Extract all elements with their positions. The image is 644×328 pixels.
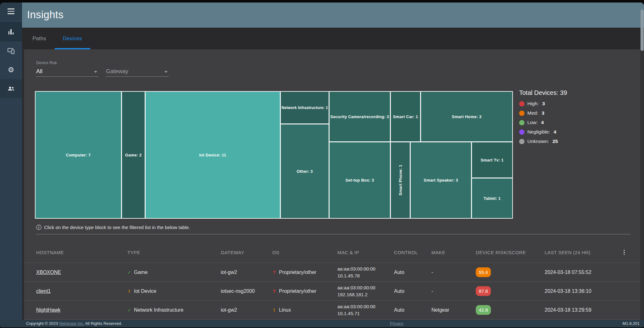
treemap-block-computer[interactable]: Computer: 7 <box>36 92 121 218</box>
sidebar-item-insights[interactable] <box>0 22 22 41</box>
last-seen-value: 2024-03-18 13:36:10 <box>545 288 621 294</box>
type-value: Game <box>134 270 148 275</box>
devices-table: HOSTNAME TYPE GATEWAY OS MAC & IP CONTRO… <box>24 242 640 320</box>
bar-chart-icon <box>8 29 14 35</box>
sidebar-item-devices[interactable] <box>0 41 22 60</box>
ip-value: 10.1.45.78 <box>337 272 391 279</box>
sidebar: ⚙ <box>0 3 22 320</box>
control-value: Auto <box>394 288 431 294</box>
gear-icon: ⚙ <box>8 66 14 74</box>
gateway-value: iotsec-nsg2000 <box>221 288 272 294</box>
col-type: TYPE <box>127 250 221 255</box>
table-header-row: HOSTNAME TYPE GATEWAY OS MAC & IP CONTRO… <box>24 242 640 263</box>
version-label: M1.6.201 <box>623 320 640 327</box>
control-value: Auto <box>394 307 431 313</box>
treemap-block-smart-speaker[interactable]: Smart Speaker: 3 <box>411 142 471 218</box>
hostname-link[interactable]: NightHawk <box>36 307 60 313</box>
scrollbar-thumb[interactable] <box>641 9 644 51</box>
legend-item-unknown: Unknown: 25 <box>519 137 632 146</box>
legend-item-med: Med: 3 <box>519 108 632 118</box>
risk-score-badge: 87.8 <box>476 286 491 296</box>
status-check-icon <box>127 307 131 313</box>
device-risk-label: Device Risk <box>36 61 98 66</box>
col-mac-ip: MAC & IP <box>337 250 394 255</box>
legend-item-high: High: 3 <box>519 99 632 108</box>
status-warn-icon <box>127 288 131 294</box>
treemap-block-game[interactable]: Game: 2 <box>122 92 145 218</box>
device-risk-select[interactable]: Device Risk All <box>36 61 98 77</box>
scrollbar-track <box>640 28 644 320</box>
treemap-block-iot-device[interactable]: Iot Device: 11 <box>146 92 280 218</box>
table-row: XBOXONE Game iot-gw2 Proprietary/other a… <box>24 263 640 282</box>
treemap-block-network-infrastructure[interactable]: Network Infrastructure: 1 <box>281 92 329 123</box>
treemap-block-smart-tv[interactable]: Smart Tv: 1 <box>472 142 512 178</box>
os-value: Proprietary/other <box>279 270 316 275</box>
mac-value: aa:aa:03:00:00:00 <box>337 284 391 291</box>
hamburger-icon <box>8 8 14 14</box>
devices-icon <box>7 47 15 55</box>
risk-legend: Total Devices: 39 High: 3 Med: 3 Low: 4 … <box>519 89 632 146</box>
tab-bar: Paths Devices <box>22 28 644 49</box>
menu-button[interactable] <box>0 3 22 20</box>
make-value: - <box>431 270 476 275</box>
os-value: Linux <box>279 307 291 313</box>
table-menu-icon[interactable] <box>621 250 627 255</box>
content-panel: Device Risk All Gateway Computer: 7 Game… <box>24 49 640 320</box>
last-seen-value: 2024-03-18 13:29:59 <box>545 307 621 313</box>
sidebar-item-settings[interactable]: ⚙ <box>0 60 22 79</box>
hostname-link[interactable]: XBOXONE <box>36 270 61 275</box>
hostname-link[interactable]: client1 <box>36 288 51 294</box>
treemap-block-security-camera[interactable]: Security Camera/recording: 2 <box>330 92 390 141</box>
treemap-block-smart-home[interactable]: Smart Home: 3 <box>421 92 512 141</box>
mac-value: aa:aa:03:00:00:00 <box>337 303 391 310</box>
page-title: Insights <box>27 9 64 21</box>
treemap-block-tablet[interactable]: Tablet: 1 <box>472 178 512 218</box>
gateway-select[interactable]: Gateway <box>106 61 169 77</box>
treemap-hint-text: Click on the device type block to see th… <box>44 225 190 230</box>
divider <box>36 234 630 234</box>
ip-value: 10.1.45.71 <box>337 310 391 317</box>
med-risk-dot <box>519 111 525 116</box>
status-check-icon <box>127 270 131 275</box>
type-value: Iot Device <box>134 288 156 294</box>
gateway-placeholder: Gateway <box>106 66 169 76</box>
col-os: OS <box>272 250 337 255</box>
treemap-block-other[interactable]: Other: 3 <box>281 124 329 218</box>
netskope-link[interactable]: Netskope Inc. <box>59 321 84 326</box>
treemap-block-smart-car[interactable]: Smart Car: 1 <box>391 92 420 141</box>
high-risk-dot <box>519 101 525 107</box>
device-type-treemap: Computer: 7 Game: 2 Iot Device: 11 Netwo… <box>35 91 513 219</box>
control-value: Auto <box>394 270 431 275</box>
ip-value: 192.168.181.2 <box>337 291 391 298</box>
treemap-block-set-top-box[interactable]: Set-top Box: 3 <box>330 142 390 218</box>
info-icon <box>36 225 42 230</box>
users-icon <box>7 85 15 92</box>
chevron-down-icon <box>94 71 97 73</box>
status-question-icon <box>272 270 276 275</box>
risk-score-badge: 55.4 <box>476 267 491 277</box>
tab-devices[interactable]: Devices <box>55 28 90 49</box>
risk-score-badge: 42.8 <box>476 305 491 315</box>
sidebar-item-users[interactable] <box>0 79 22 98</box>
privacy-link[interactable]: Privacy <box>390 320 403 327</box>
table-row: NightHawk Network Infrastructure iot-gw2… <box>24 300 640 320</box>
col-hostname: HOSTNAME <box>36 250 127 255</box>
negligible-risk-dot <box>519 129 525 135</box>
last-seen-value: 2024-03-18 07:55:52 <box>545 270 621 275</box>
type-value: Network Infrastructure <box>134 307 183 313</box>
mac-value: aa:aa:03:00:00:00 <box>337 265 391 272</box>
gateway-value: iot-gw2 <box>221 307 272 313</box>
chevron-down-icon <box>164 71 168 73</box>
total-devices-label: Total Devices: 39 <box>519 89 632 96</box>
device-risk-value: All <box>36 66 98 76</box>
col-make: MAKE <box>431 250 476 255</box>
app-header: Insights <box>22 3 644 28</box>
footer: Copyright © 2023 Netskope Inc. All Right… <box>0 320 644 327</box>
treemap-hint: Click on the device type block to see th… <box>36 225 190 230</box>
legend-item-low: Low: 4 <box>519 118 632 127</box>
gateway-value: iot-gw2 <box>221 270 272 275</box>
table-row: client1 Iot Device iotsec-nsg2000 Propri… <box>24 282 640 300</box>
tab-paths[interactable]: Paths <box>28 28 50 49</box>
treemap-block-smart-phone[interactable]: Smart Phone: 1 <box>391 142 410 218</box>
col-control: CONTROL <box>394 250 431 255</box>
